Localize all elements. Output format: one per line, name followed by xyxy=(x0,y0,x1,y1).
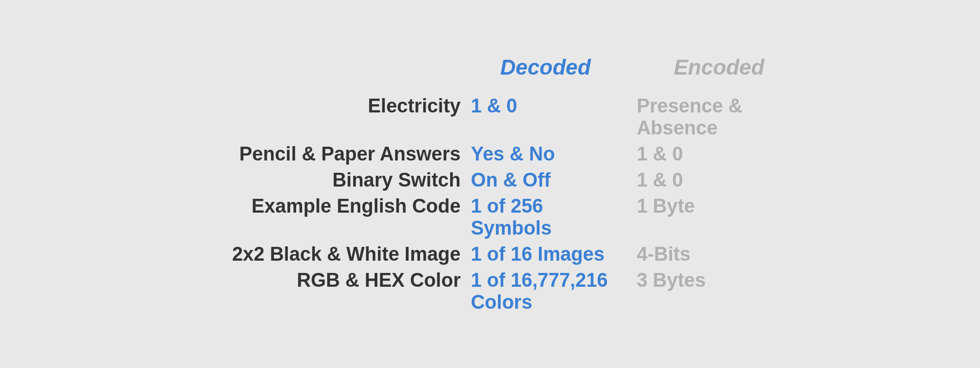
row-decoded-value: 1 & 0 xyxy=(471,95,517,117)
row-label: Example English Code xyxy=(252,195,461,217)
row-label-cell: 2x2 Black & White Image xyxy=(184,243,471,265)
row-label-cell: Pencil & Paper Answers xyxy=(184,143,471,165)
row-label-cell: Example English Code xyxy=(184,195,471,217)
row-encoded-cell: 3 Bytes xyxy=(636,269,796,291)
data-rows-container: Electricity1 & 0Presence & AbsencePencil… xyxy=(184,95,796,313)
row-decoded-cell: 1 of 16,777,216 Colors xyxy=(471,269,616,313)
row-encoded-value: 1 & 0 xyxy=(636,169,683,191)
row-decoded-value: Yes & No xyxy=(471,143,555,165)
table-row: RGB & HEX Color1 of 16,777,216 Colors3 B… xyxy=(184,269,796,313)
row-encoded-cell: 1 & 0 xyxy=(636,143,796,165)
row-label: Binary Switch xyxy=(332,169,460,191)
row-label: Electricity xyxy=(368,95,461,117)
row-encoded-value: 4-Bits xyxy=(636,243,691,265)
row-encoded-cell: 4-Bits xyxy=(636,243,796,265)
row-label: 2x2 Black & White Image xyxy=(232,243,461,265)
row-encoded-value: 1 & 0 xyxy=(636,143,683,165)
row-decoded-cell: Yes & No xyxy=(471,143,616,165)
header-row: Decoded Encoded xyxy=(500,55,827,80)
row-label-cell: Electricity xyxy=(184,95,471,117)
main-content: Decoded Encoded Electricity1 & 0Presence… xyxy=(184,55,796,313)
row-label: RGB & HEX Color xyxy=(297,269,461,291)
table-row: Electricity1 & 0Presence & Absence xyxy=(184,95,796,139)
row-encoded-cell: 1 Byte xyxy=(636,195,796,217)
row-encoded-value: Presence & Absence xyxy=(636,95,742,139)
encoded-header-cell: Encoded xyxy=(674,55,827,80)
row-encoded-value: 1 Byte xyxy=(636,195,695,217)
row-decoded-value: 1 of 16 Images xyxy=(471,243,604,265)
row-decoded-cell: 1 & 0 xyxy=(471,95,616,117)
row-label: Pencil & Paper Answers xyxy=(239,143,461,165)
row-decoded-cell: On & Off xyxy=(471,169,616,191)
decoded-header-cell: Decoded xyxy=(500,55,653,80)
row-decoded-cell: 1 of 256 Symbols xyxy=(471,195,616,239)
row-decoded-value: 1 of 16,777,216 Colors xyxy=(471,269,607,313)
table-row: Binary SwitchOn & Off1 & 0 xyxy=(184,169,796,191)
row-decoded-value: 1 of 256 Symbols xyxy=(471,195,551,239)
row-label-cell: Binary Switch xyxy=(184,169,471,191)
row-label-cell: RGB & HEX Color xyxy=(184,269,471,291)
row-encoded-cell: Presence & Absence xyxy=(636,95,796,139)
table-row: 2x2 Black & White Image1 of 16 Images4-B… xyxy=(184,243,796,265)
table-row: Pencil & Paper AnswersYes & No1 & 0 xyxy=(184,143,796,165)
row-encoded-cell: 1 & 0 xyxy=(636,169,796,191)
decoded-header-label: Decoded xyxy=(500,55,591,79)
row-decoded-cell: 1 of 16 Images xyxy=(471,243,616,265)
encoded-header-label: Encoded xyxy=(674,55,764,79)
row-decoded-value: On & Off xyxy=(471,169,550,191)
row-encoded-value: 3 Bytes xyxy=(636,269,705,291)
table-row: Example English Code1 of 256 Symbols1 By… xyxy=(184,195,796,239)
